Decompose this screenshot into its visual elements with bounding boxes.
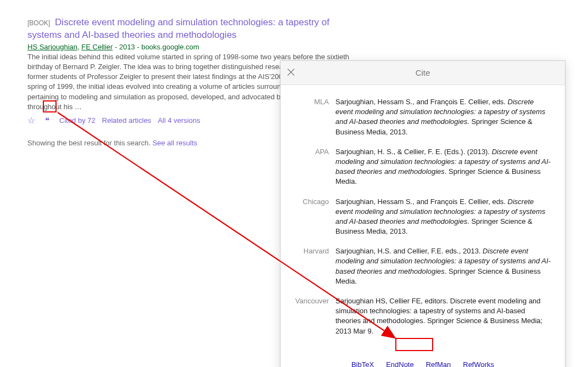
cite-row-chicago: Chicago Sarjoughian, Hessam S., and Fran…	[295, 197, 551, 237]
cite-row-apa: APA Sarjoughian, H. S., & Cellier, F. E.…	[295, 147, 551, 187]
cite-row-harvard: Harvard Sarjoughian, H.S. and Cellier, F…	[295, 246, 551, 286]
all-versions-link[interactable]: All 4 versions	[158, 116, 200, 125]
cite-row-mla: MLA Sarjoughian, Hessam S., and François…	[295, 97, 551, 137]
meta-rest: - 2013 - books.google.com	[113, 43, 199, 51]
export-refman-link[interactable]: RefMan	[426, 360, 451, 367]
cite-panel: Cite MLA Sarjoughian, Hessam S., and Fra…	[280, 60, 565, 367]
cite-style-label: Harvard	[295, 246, 335, 286]
cite-style-label: Vancouver	[295, 296, 335, 336]
cite-panel-title: Cite	[416, 68, 430, 77]
result-title-row: [BOOK] Discrete event modeling and simul…	[27, 16, 362, 42]
cite-style-label: MLA	[295, 97, 335, 137]
author-link-2[interactable]: FE Cellier	[81, 43, 113, 51]
cite-row-vancouver: Vancouver Sarjoughian HS, Cellier FE, ed…	[295, 296, 551, 336]
export-refworks-link[interactable]: RefWorks	[463, 360, 494, 367]
related-articles-link[interactable]: Related articles	[102, 116, 152, 125]
cite-text[interactable]: Sarjoughian, Hessam S., and François E. …	[335, 197, 551, 237]
result-type-badge: [BOOK]	[27, 19, 50, 27]
cited-by-link[interactable]: Cited by 72	[59, 116, 96, 125]
export-endnote-link[interactable]: EndNote	[386, 360, 414, 367]
close-icon[interactable]	[287, 67, 295, 78]
author-link-1[interactable]: HS Sarjoughian	[27, 43, 77, 51]
cite-style-label: APA	[295, 147, 335, 187]
see-all-results-link[interactable]: See all results	[153, 139, 198, 147]
cite-text[interactable]: Sarjoughian HS, Cellier FE, editors. Dis…	[335, 296, 551, 336]
cite-text[interactable]: Sarjoughian, H.S. and Cellier, F.E. eds.…	[335, 246, 551, 286]
best-result-text: Showing the best result for this search.	[27, 139, 153, 147]
cite-icon[interactable]: ❝	[42, 116, 53, 126]
cite-style-label: Chicago	[295, 197, 335, 237]
cite-panel-body: MLA Sarjoughian, Hessam S., and François…	[281, 85, 565, 356]
cite-text[interactable]: Sarjoughian, Hessam S., and François E. …	[335, 97, 551, 137]
cite-export-footer: BibTeX EndNote RefMan RefWorks	[281, 356, 565, 367]
cite-text[interactable]: Sarjoughian, H. S., & Cellier, F. E. (Ed…	[335, 147, 551, 187]
result-meta: HS Sarjoughian, FE Cellier - 2013 - book…	[27, 43, 362, 51]
result-title-link[interactable]: Discrete event modeling and simulation t…	[27, 17, 329, 40]
cite-panel-header: Cite	[281, 61, 565, 85]
export-bibtex-link[interactable]: BibTeX	[351, 360, 374, 367]
star-icon[interactable]: ☆	[27, 115, 35, 126]
